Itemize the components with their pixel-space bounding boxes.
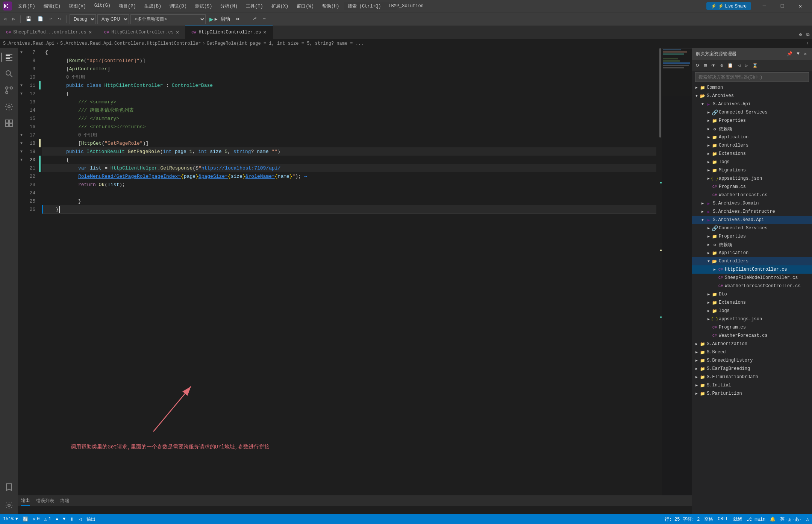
tree-breedinghistory[interactable]: ▶ 📁 S.BreedingHistory: [692, 356, 812, 365]
panel-next-btn[interactable]: ▷: [744, 62, 749, 69]
activity-settings[interactable]: [2, 498, 17, 513]
scroll-thumb[interactable]: [659, 48, 661, 138]
tab-sheepfile[interactable]: C# SheepFileMod...ontroller.cs ✕: [0, 26, 98, 39]
liveshare-button[interactable]: ⚡ ⚡ Live Share: [706, 2, 751, 10]
status-warnings[interactable]: ⚠ 1: [44, 516, 51, 522]
status-syncdoc-btn[interactable]: 🔄: [23, 516, 28, 522]
url-localhost[interactable]: https://localhost:7109/api/: [201, 165, 281, 171]
code-line-17[interactable]: [HttpGet("GetPageRole")]: [42, 139, 656, 147]
tree-logs-2[interactable]: ▶ 📁 logs: [692, 307, 812, 315]
menu-analyze[interactable]: 分析(N): [217, 2, 241, 10]
code-line-23[interactable]: [42, 189, 656, 197]
menu-project[interactable]: 项目(P): [115, 2, 140, 10]
maximize-button[interactable]: □: [774, 1, 791, 11]
activity-extensions[interactable]: [2, 116, 17, 131]
code-line-10[interactable]: 0 个引用: [42, 73, 656, 81]
startup-project-select[interactable]: <多个启动项目>: [130, 14, 206, 24]
menu-tools[interactable]: 工具(T): [242, 2, 267, 10]
panel-pending-btn[interactable]: ⌛: [751, 62, 759, 69]
panel-filter-btn[interactable]: ⚙: [719, 62, 724, 69]
tree-appsettings-2[interactable]: ▶ { } appsettings.json: [692, 315, 812, 323]
toolbar-save-btn[interactable]: 💾: [24, 15, 34, 23]
tree-api[interactable]: ▼ ▶ S.Archives.Api: [692, 100, 812, 108]
scroll-indicator[interactable]: [656, 48, 662, 495]
tree-ext-2[interactable]: ▶ 📁 Extensions: [692, 298, 812, 307]
tree-app-1[interactable]: ▶ 📁 Application: [692, 133, 812, 141]
menu-test[interactable]: 测试(S): [191, 2, 216, 10]
toolbar-git-btn[interactable]: ⎇: [249, 15, 259, 23]
activity-explorer[interactable]: [2, 50, 17, 65]
code-line-19[interactable]: {: [42, 156, 656, 164]
tree-httpclient-cs[interactable]: ▶ C# HttpCilentController.cs: [692, 265, 812, 274]
code-line-16[interactable]: /// <returns></returns>: [42, 123, 656, 131]
tree-deps-2[interactable]: ▶ ⚙ 依赖项: [692, 241, 812, 249]
activity-search[interactable]: [2, 66, 17, 81]
toolbar-undo-btn[interactable]: ↩: [47, 15, 54, 23]
activity-bookmark[interactable]: [2, 480, 17, 495]
fold-18[interactable]: ▼: [19, 141, 24, 146]
tree-infra[interactable]: ▶ ▶ S.Archives.Infrstructre: [692, 207, 812, 216]
tree-readapi[interactable]: ▼ ▶ S.Archives.Read.Api: [692, 216, 812, 224]
breadcrumb-part3[interactable]: GetPageRole(int page = 1, int size = 5, …: [207, 41, 364, 46]
tree-sarchives[interactable]: ▼ 📂 S.Archives: [692, 92, 812, 100]
fold-17[interactable]: ▼: [19, 132, 24, 138]
tab-httpclientcontroller[interactable]: C# HttpClientController.cs ✕: [185, 26, 273, 39]
tree-appsettings-1[interactable]: ▶ { } appsettings.json: [692, 174, 812, 183]
tree-weather-2[interactable]: C# WeatherForecast.cs: [692, 332, 812, 340]
tree-logs-1[interactable]: ▶ 📁 logs: [692, 158, 812, 166]
tree-initial[interactable]: ▶ 📁 S.Initial: [692, 381, 812, 389]
toolbar-back-btn[interactable]: ◁: [2, 15, 9, 23]
tab-sheepfile-close[interactable]: ✕: [89, 30, 92, 35]
breadcrumb-part2[interactable]: S.Archives.Read.Api.Controllers.HttpCile…: [60, 41, 201, 46]
code-line-20[interactable]: var list = HttpClientHelper . GetRespons…: [42, 164, 656, 172]
tab-split-btn[interactable]: ⧉: [804, 31, 812, 39]
menu-window[interactable]: 窗口(W): [293, 2, 318, 10]
panel-chevron-btn[interactable]: ▼: [795, 50, 801, 58]
code-line-15[interactable]: /// </summary>: [42, 114, 656, 123]
tree-common[interactable]: ▶ 📁 Common: [692, 83, 812, 92]
status-linecol[interactable]: 行: 25 字符: 2: [665, 516, 700, 522]
menu-help[interactable]: 帮助(H): [318, 2, 343, 10]
menu-git[interactable]: Git(G): [91, 2, 114, 10]
tab-httpclient-old-close[interactable]: ✕: [176, 30, 179, 35]
tree-parturition[interactable]: ▶ 📁 S.Parturition: [692, 389, 812, 398]
tree-authorization[interactable]: ▶ 📁 S.Authorization: [692, 340, 812, 348]
tree-domain[interactable]: ▶ ▶ S.Archives.Domain: [692, 199, 812, 207]
code-line-11[interactable]: public class HttpCilentController : Cont…: [42, 81, 656, 89]
status-output[interactable]: 输出: [86, 516, 95, 522]
tree-connected-1[interactable]: ▶ 🔗 Connected Services: [692, 108, 812, 117]
minimize-button[interactable]: ─: [756, 1, 773, 11]
close-button[interactable]: ✕: [792, 1, 809, 11]
tree-properties-1[interactable]: ▶ 📁 Properties: [692, 117, 812, 125]
code-content[interactable]: { [Route("api/[controller]")] [ApiContro…: [41, 48, 656, 495]
tree-sheepfile-cs[interactable]: C# SheepFileModelController.cs: [692, 274, 812, 282]
output-tab[interactable]: 输出: [21, 496, 30, 506]
tree-program-2[interactable]: C# Program.cs: [692, 323, 812, 332]
tree-ext-1[interactable]: ▶ 📁 Extensions: [692, 150, 812, 158]
status-errors[interactable]: ✕ 0: [33, 516, 39, 522]
toolbar-step-btn[interactable]: ⏭: [234, 15, 243, 23]
toolbar-redo-btn[interactable]: ↪: [56, 15, 63, 23]
menu-file[interactable]: 文件(F): [14, 2, 39, 10]
status-branch[interactable]: ⎇ main: [747, 516, 765, 522]
panel-collapse-btn[interactable]: ⊟: [703, 62, 708, 69]
tree-controllers-2[interactable]: ▼ 📂 Controllers: [692, 257, 812, 265]
fold-12[interactable]: ▼: [19, 91, 24, 96]
tree-controllers-1[interactable]: ▶ 📁 Controllers: [692, 141, 812, 150]
tab-httpclient-old[interactable]: C# HttpCilentController.cs ✕: [98, 26, 185, 39]
tree-dto[interactable]: ▶ 📁 Dto: [692, 290, 812, 298]
tree-app-2[interactable]: ▶ 📁 Application: [692, 249, 812, 257]
panel-pin-btn[interactable]: 📌: [785, 50, 794, 58]
code-line-22[interactable]: return Ok ( list );: [42, 180, 656, 189]
tab-httpclientcontroller-close[interactable]: ✕: [263, 30, 266, 35]
tree-elimination[interactable]: ▶ 📁 S.EliminationOrDath: [692, 373, 812, 381]
fold-19[interactable]: ▼: [19, 149, 24, 154]
panel-close-btn[interactable]: ✕: [803, 50, 808, 58]
tree-eartagbreeding[interactable]: ▶ 📁 S.EarTagBreeding: [692, 365, 812, 373]
code-line-9[interactable]: [ApiController]: [42, 65, 656, 73]
activity-debug[interactable]: [2, 99, 17, 114]
code-line-7[interactable]: {: [42, 48, 656, 56]
status-zoom[interactable]: 151% ▼: [3, 516, 18, 522]
code-line-21[interactable]: RoleMenuRead/GetPageRole?pageIndex= { pa…: [42, 172, 656, 180]
fold-7[interactable]: ▼: [19, 50, 24, 55]
